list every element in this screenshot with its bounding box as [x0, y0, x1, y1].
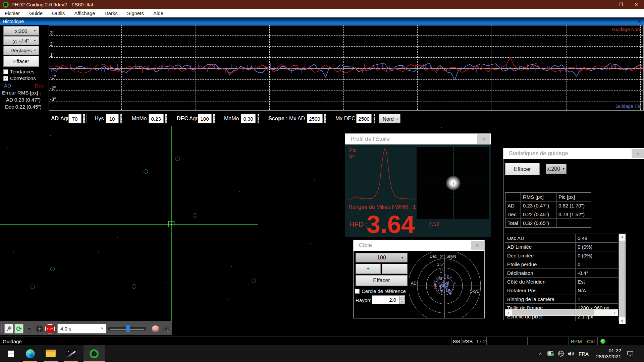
- connect-equipment-button[interactable]: [4, 324, 13, 334]
- advanced-settings-button[interactable]: [151, 324, 160, 334]
- target-zoom-dropdown[interactable]: 100 ▼: [356, 253, 408, 262]
- begin-guiding-button[interactable]: [35, 324, 44, 334]
- guide-stats-titlebar[interactable]: Statistiques de guidage ✕: [503, 148, 644, 159]
- star-profile-titlebar[interactable]: Profil de l'Étoile ✕: [345, 134, 491, 144]
- ra-minmove-stepper[interactable]: ▲ ▼: [163, 114, 169, 123]
- step-down-icon[interactable]: ▼: [83, 119, 85, 123]
- step-up-icon[interactable]: ▲: [399, 296, 405, 300]
- ra-series-label: AD: [4, 83, 11, 88]
- menu-fichier[interactable]: Fichier: [0, 9, 24, 17]
- dec-minmove-stepper[interactable]: ▲ ▼: [256, 114, 261, 123]
- ra-minmove-input[interactable]: 0.23: [149, 114, 163, 123]
- menu-affichage[interactable]: Affichage: [69, 9, 100, 17]
- scroll-left-icon[interactable]: ‹: [505, 309, 512, 316]
- graph-xscale-dropdown[interactable]: x:200 ▼: [3, 26, 39, 36]
- tray-pc-status[interactable]: [546, 345, 555, 362]
- max-dec-stepper[interactable]: ▲ ▼: [372, 114, 377, 123]
- max-ra-input[interactable]: 2500: [307, 114, 322, 123]
- step-down-icon[interactable]: ▼: [374, 119, 376, 123]
- close-button[interactable]: ✕: [629, 0, 644, 9]
- history-close-icon[interactable]: ✕: [638, 19, 641, 24]
- taskbar-planetarium[interactable]: [64, 345, 78, 362]
- taskbar-edge[interactable]: [23, 345, 37, 362]
- menu-aide[interactable]: Aide: [149, 9, 168, 17]
- action-center-button[interactable]: [625, 345, 636, 362]
- trends-checkbox[interactable]: [3, 69, 8, 74]
- vertical-scrollbar[interactable]: ∧ ∨: [619, 234, 626, 324]
- scroll-right-icon[interactable]: ›: [611, 309, 618, 316]
- step-up-icon[interactable]: ▲: [258, 114, 260, 119]
- step-down-icon[interactable]: ▼: [165, 119, 167, 123]
- close-icon[interactable]: ✕: [632, 149, 644, 158]
- guide-history-graph[interactable]: 3" 2" 1" -1" -2" -3" Guidage Nord Guidag…: [49, 25, 644, 111]
- reference-circle-row[interactable]: Cercle de référence: [355, 288, 406, 294]
- menu-signets[interactable]: Signets: [122, 9, 149, 17]
- exposure-duration-dropdown[interactable]: 4.0 s ˅: [57, 324, 106, 334]
- step-down-icon[interactable]: ▼: [324, 119, 326, 123]
- target-titlebar[interactable]: Cible ✕: [354, 240, 484, 251]
- close-icon[interactable]: ✕: [477, 134, 490, 144]
- max-dec-input[interactable]: 2500: [356, 114, 372, 123]
- step-up-icon[interactable]: ▲: [213, 114, 215, 119]
- scroll-down-icon[interactable]: ∨: [619, 317, 626, 324]
- menu-darks[interactable]: Darks: [100, 9, 122, 17]
- loop-exposures-button[interactable]: ⟳: [14, 324, 23, 334]
- stats-clear-button[interactable]: Effacer: [505, 163, 540, 175]
- step-down-icon[interactable]: ▼: [399, 300, 405, 304]
- minimize-button[interactable]: —: [598, 0, 613, 9]
- ra-aggression-stepper[interactable]: ▲ ▼: [81, 114, 87, 123]
- step-up-icon[interactable]: ▲: [324, 114, 326, 119]
- hysteresis-stepper[interactable]: ▲ ▼: [118, 114, 124, 123]
- toolbar-grip[interactable]: [1, 324, 2, 333]
- scrollbar-thumb[interactable]: [620, 241, 625, 317]
- taskbar-phd2[interactable]: [84, 345, 105, 362]
- tray-volume[interactable]: [566, 345, 576, 362]
- graph-yscale-dropdown[interactable]: y: +/-4" ▼: [3, 36, 39, 45]
- graph-clear-button[interactable]: Effacer: [3, 56, 39, 67]
- radius-stepper[interactable]: ▲ ▼: [399, 295, 405, 304]
- step-down-icon[interactable]: ▼: [120, 119, 122, 123]
- step-up-icon[interactable]: ▲: [165, 114, 167, 119]
- graph-settings-dropdown[interactable]: Réglages ▼: [3, 46, 39, 55]
- stretch-slider[interactable]: [108, 327, 146, 330]
- menu-guide[interactable]: Guide: [24, 9, 47, 17]
- taskbar-explorer[interactable]: [44, 345, 58, 362]
- stats-scale-dropdown[interactable]: x:200 ▼: [546, 164, 567, 174]
- auto-select-star-button[interactable]: ★: [24, 324, 34, 334]
- start-button[interactable]: [4, 345, 17, 362]
- stop-button[interactable]: STOP: [45, 324, 55, 334]
- camera-properties-button[interactable]: [162, 324, 170, 334]
- slider-handle[interactable]: [126, 325, 130, 333]
- maximize-button[interactable]: ❐: [613, 0, 629, 9]
- tray-overflow-chevron[interactable]: ∧: [536, 345, 545, 362]
- menu-outils[interactable]: Outils: [47, 9, 69, 17]
- target-clear-button[interactable]: Effacer: [356, 275, 408, 286]
- reference-circle-checkbox[interactable]: [355, 289, 360, 294]
- dec-aggression-stepper[interactable]: ▲ ▼: [211, 114, 217, 123]
- zoom-out-button[interactable]: -: [382, 264, 408, 274]
- hysteresis-input[interactable]: 10: [106, 114, 118, 123]
- step-down-icon[interactable]: ▼: [258, 119, 260, 123]
- corrections-checkbox-row[interactable]: ✓ Corrections: [3, 75, 36, 81]
- step-up-icon[interactable]: ▲: [120, 114, 122, 119]
- step-up-icon[interactable]: ▲: [374, 114, 376, 119]
- corrections-checkbox[interactable]: ✓: [3, 76, 8, 81]
- dec-minmove-input[interactable]: 0.30: [241, 114, 256, 123]
- tray-clock[interactable]: 01:22 28/03/2021: [592, 348, 621, 360]
- scroll-up-icon[interactable]: ∧: [619, 234, 626, 240]
- step-down-icon[interactable]: ▼: [213, 119, 215, 123]
- horizontal-scrollbar[interactable]: ‹ ›: [505, 309, 618, 316]
- zoom-in-button[interactable]: +: [356, 264, 381, 274]
- dec-aggression-input[interactable]: 100: [198, 114, 211, 123]
- table-row: Rotateur PosN/A: [505, 286, 619, 295]
- tray-network[interactable]: [556, 345, 566, 362]
- ra-aggression-input[interactable]: 70: [68, 114, 81, 123]
- scrollbar-thumb[interactable]: [512, 310, 594, 315]
- tray-language[interactable]: FRA: [577, 345, 590, 362]
- step-up-icon[interactable]: ▲: [83, 114, 85, 119]
- close-icon[interactable]: ✕: [471, 241, 484, 250]
- max-ra-stepper[interactable]: ▲ ▼: [322, 114, 328, 123]
- trends-checkbox-row[interactable]: Tendances: [3, 69, 35, 74]
- dec-guide-mode-dropdown[interactable]: Nord ˅: [379, 114, 400, 123]
- radius-input[interactable]: 2.0: [372, 295, 399, 304]
